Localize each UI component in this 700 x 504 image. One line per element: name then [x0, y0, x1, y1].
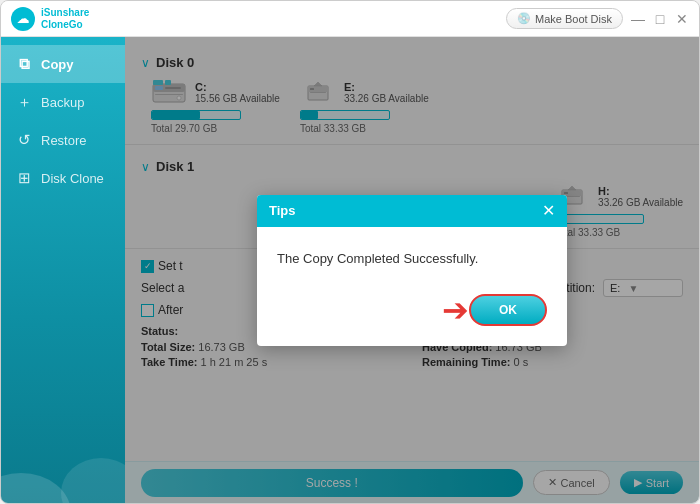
- modal-close-button[interactable]: ✕: [542, 203, 555, 219]
- title-bar: ☁ iSunshare CloneGo 💿 Make Boot Disk — □…: [1, 1, 699, 37]
- backup-icon: ＋: [15, 93, 33, 111]
- maximize-button[interactable]: □: [653, 12, 667, 26]
- sidebar-item-disk-clone[interactable]: ⊞ Disk Clone: [1, 159, 125, 197]
- disk-icon: 💿: [517, 12, 531, 25]
- sidebar-item-copy-label: Copy: [41, 57, 74, 72]
- ok-button[interactable]: OK: [469, 294, 547, 326]
- minimize-button[interactable]: —: [631, 12, 645, 26]
- app-title: iSunshare CloneGo: [41, 7, 89, 31]
- content-area: ∨ Disk 0: [125, 37, 699, 503]
- disk-clone-icon: ⊞: [15, 169, 33, 187]
- restore-icon: ↺: [15, 131, 33, 149]
- copy-icon: ⧉: [15, 55, 33, 73]
- close-button[interactable]: ✕: [675, 12, 689, 26]
- sidebar: ⧉ Copy ＋ Backup ↺ Restore ⊞ Disk Clone: [1, 37, 125, 503]
- sidebar-item-copy[interactable]: ⧉ Copy: [1, 45, 125, 83]
- sidebar-item-backup-label: Backup: [41, 95, 84, 110]
- modal-footer: ➔ OK: [257, 286, 567, 346]
- make-boot-disk-button[interactable]: 💿 Make Boot Disk: [506, 8, 623, 29]
- app-window: ☁ iSunshare CloneGo 💿 Make Boot Disk — □…: [0, 0, 700, 504]
- modal-overlay: Tips ✕ The Copy Completed Successfully. …: [125, 37, 699, 503]
- sidebar-item-restore[interactable]: ↺ Restore: [1, 121, 125, 159]
- modal-title: Tips: [269, 203, 296, 218]
- main-layout: ⧉ Copy ＋ Backup ↺ Restore ⊞ Disk Clone: [1, 37, 699, 503]
- app-logo: ☁ iSunshare CloneGo: [11, 7, 89, 31]
- sidebar-item-backup[interactable]: ＋ Backup: [1, 83, 125, 121]
- modal-message: The Copy Completed Successfully.: [277, 251, 478, 266]
- sidebar-item-disk-clone-label: Disk Clone: [41, 171, 104, 186]
- sidebar-item-restore-label: Restore: [41, 133, 87, 148]
- logo-icon: ☁: [11, 7, 35, 31]
- modal-arrow-icon: ➔: [442, 294, 469, 326]
- modal-body: The Copy Completed Successfully.: [257, 227, 567, 286]
- modal-dialog: Tips ✕ The Copy Completed Successfully. …: [257, 195, 567, 346]
- title-bar-actions: 💿 Make Boot Disk — □ ✕: [506, 8, 689, 29]
- modal-header: Tips ✕: [257, 195, 567, 227]
